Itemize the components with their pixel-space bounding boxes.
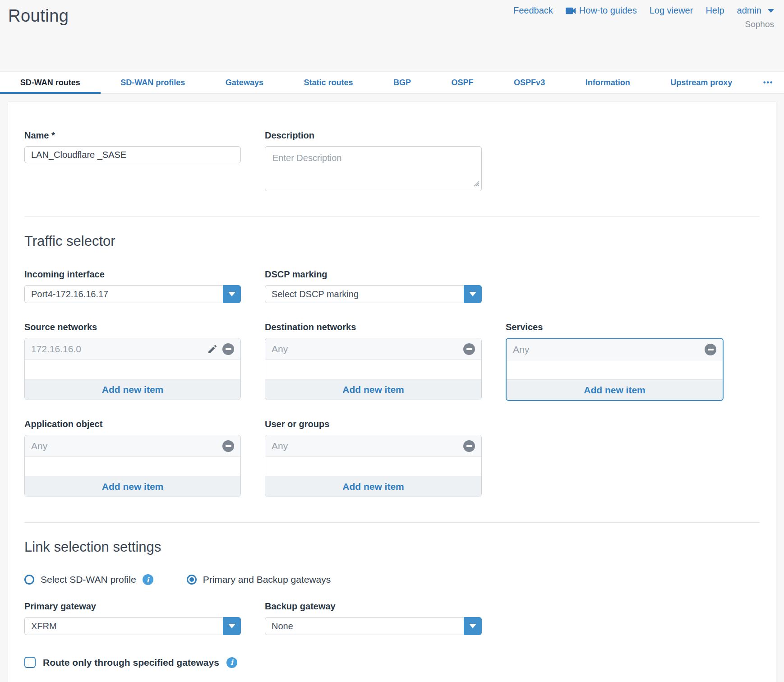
- dropdown-arrow-button[interactable]: [223, 285, 241, 303]
- info-icon[interactable]: i: [226, 657, 237, 668]
- user-or-groups-group: User or groups Any Add new item: [265, 419, 482, 497]
- help-link[interactable]: Help: [706, 5, 724, 16]
- route-form-card: Name * Description: [8, 101, 776, 682]
- dscp-value: Select DSCP marking: [272, 289, 359, 300]
- incoming-interface-select[interactable]: Port4-172.16.16.17: [24, 285, 241, 303]
- tab-bgp[interactable]: BGP: [373, 72, 431, 93]
- dropdown-arrow-button[interactable]: [464, 617, 482, 635]
- description-label: Description: [265, 130, 482, 141]
- primary-gateway-group: Primary gateway XFRM: [24, 601, 241, 635]
- backup-gateway-group: Backup gateway None: [265, 601, 482, 635]
- services-group: Services Any Add new item: [506, 322, 724, 401]
- user-or-groups-box: Any Add new item: [265, 435, 482, 497]
- application-object-item-text: Any: [31, 441, 47, 452]
- source-networks-group: Source networks 172.16.16.0 Add new item: [24, 322, 241, 400]
- services-empty-area: [507, 360, 723, 379]
- route-only-checkbox[interactable]: [24, 657, 36, 668]
- info-icon[interactable]: i: [143, 574, 153, 585]
- name-description-row: Name * Description: [24, 130, 760, 191]
- radio-select-sdwan-profile-label: Select SD-WAN profile: [41, 574, 136, 585]
- source-networks-box: 172.16.16.0 Add new item: [24, 338, 241, 400]
- services-item: Any: [507, 339, 723, 360]
- name-label: Name *: [24, 130, 241, 141]
- backup-gateway-value: None: [272, 621, 293, 631]
- name-label-text: Name: [24, 130, 49, 140]
- application-object-label: Application object: [24, 419, 241, 429]
- section-divider: [24, 217, 760, 217]
- tab-upstream-proxy[interactable]: Upstream proxy: [650, 72, 752, 93]
- dscp-select[interactable]: Select DSCP marking: [265, 285, 482, 303]
- primary-gateway-value: XFRM: [31, 621, 57, 631]
- tab-sd-wan-routes[interactable]: SD-WAN routes: [0, 72, 101, 93]
- remove-item-button[interactable]: [705, 344, 716, 355]
- source-networks-empty-area: [25, 360, 240, 379]
- edit-pencil-icon[interactable]: [207, 344, 218, 355]
- primary-gateway-select[interactable]: XFRM: [24, 617, 241, 635]
- radio-select-sdwan-profile[interactable]: [24, 575, 34, 585]
- tab-more-ellipsis[interactable]: •••: [752, 72, 784, 93]
- application-object-item: Any: [25, 435, 240, 457]
- dropdown-arrow-button[interactable]: [223, 617, 241, 635]
- tab-gateways[interactable]: Gateways: [205, 72, 284, 93]
- user-or-groups-item-text: Any: [272, 441, 288, 452]
- description-textarea-wrap: [265, 146, 482, 191]
- backup-gateway-select[interactable]: None: [265, 617, 482, 635]
- name-input[interactable]: [24, 146, 241, 163]
- tab-sd-wan-profiles[interactable]: SD-WAN profiles: [101, 72, 206, 93]
- backup-gateway-label: Backup gateway: [265, 601, 482, 612]
- user-or-groups-label: User or groups: [265, 419, 482, 429]
- services-box: Any Add new item: [506, 338, 724, 401]
- tab-information[interactable]: Information: [565, 72, 650, 93]
- remove-item-button[interactable]: [463, 440, 475, 452]
- remove-item-button[interactable]: [463, 343, 475, 355]
- log-viewer-link[interactable]: Log viewer: [650, 5, 693, 16]
- remove-item-button[interactable]: [222, 440, 234, 452]
- dscp-group: DSCP marking Select DSCP marking: [265, 269, 482, 303]
- destination-networks-add-button[interactable]: Add new item: [265, 379, 481, 400]
- page-header: Routing Feedback How-to guides Log viewe…: [0, 0, 784, 71]
- required-asterisk: *: [51, 130, 55, 140]
- dropdown-arrow-button[interactable]: [464, 285, 482, 303]
- minus-circle-icon: [463, 343, 475, 355]
- tab-bar: SD-WAN routes SD-WAN profiles Gateways S…: [0, 71, 784, 94]
- incoming-interface-group: Incoming interface Port4-172.16.16.17: [24, 269, 241, 303]
- description-field-group: Description: [265, 130, 482, 191]
- radio-primary-backup-gateways[interactable]: [187, 575, 197, 585]
- tab-static-routes[interactable]: Static routes: [284, 72, 374, 93]
- destination-networks-box: Any Add new item: [265, 338, 482, 400]
- route-only-checkbox-label: Route only through specified gateways: [43, 657, 219, 668]
- dscp-label: DSCP marking: [265, 269, 482, 280]
- description-textarea[interactable]: [265, 146, 482, 191]
- remove-item-button[interactable]: [222, 343, 234, 355]
- gateways-row: Primary gateway XFRM Backup gateway None: [24, 601, 760, 635]
- route-only-row: Route only through specified gateways i: [24, 657, 760, 668]
- tab-ospf[interactable]: OSPF: [431, 72, 494, 93]
- header-nav: Feedback How-to guides Log viewer Help a…: [513, 5, 774, 16]
- feedback-link[interactable]: Feedback: [513, 5, 553, 16]
- application-object-empty-area: [25, 457, 240, 476]
- triangle-down-icon: [469, 292, 476, 296]
- howto-guides-label: How-to guides: [579, 5, 637, 16]
- destination-networks-item-text: Any: [272, 344, 288, 355]
- destination-networks-group: Destination networks Any Add new item: [265, 322, 482, 400]
- application-object-group: Application object Any Add new item: [24, 419, 241, 497]
- application-users-row: Application object Any Add new item User…: [24, 419, 760, 497]
- link-selection-radio-row: Select SD-WAN profile i Primary and Back…: [24, 574, 760, 585]
- services-add-button[interactable]: Add new item: [507, 379, 723, 400]
- interface-dscp-row: Incoming interface Port4-172.16.16.17 DS…: [24, 269, 760, 303]
- minus-circle-icon: [222, 343, 234, 355]
- application-object-box: Any Add new item: [24, 435, 241, 497]
- triangle-down-icon: [228, 292, 235, 296]
- minus-circle-icon: [463, 440, 475, 452]
- tab-ospfv3[interactable]: OSPFv3: [493, 72, 565, 93]
- chevron-down-icon: [768, 9, 774, 13]
- admin-menu[interactable]: admin: [737, 5, 774, 16]
- triangle-down-icon: [228, 624, 235, 628]
- services-item-text: Any: [513, 344, 529, 355]
- user-or-groups-add-button[interactable]: Add new item: [265, 476, 481, 497]
- services-label: Services: [506, 322, 724, 332]
- howto-guides-link[interactable]: How-to guides: [566, 5, 637, 16]
- source-networks-add-button[interactable]: Add new item: [25, 379, 240, 400]
- application-object-add-button[interactable]: Add new item: [25, 476, 240, 497]
- user-or-groups-item: Any: [265, 435, 481, 457]
